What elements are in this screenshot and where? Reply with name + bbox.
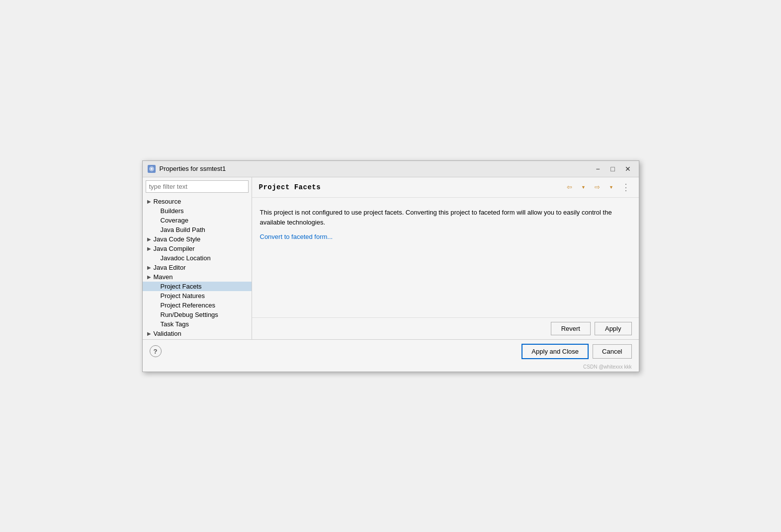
convert-link[interactable]: Convert to faceted form... [260,233,333,240]
sidebar-item-label: Validation [153,330,181,337]
sidebar-item-maven[interactable]: ▶Maven [143,272,252,282]
maximize-button[interactable]: □ [607,164,619,174]
sidebar-item-builders[interactable]: Builders [143,206,252,216]
apply-close-button[interactable]: Apply and Close [521,344,589,359]
cancel-button[interactable]: Cancel [593,344,631,359]
chevron-icon: ▶ [146,330,153,337]
dialog-title: Properties for ssmtest1 [160,165,588,172]
panel-header: Project Facets ⇦ ▼ ⇨ ▼ ⋮ [252,177,639,198]
minimize-button[interactable]: − [592,164,604,174]
chevron-icon: ▶ [146,198,153,205]
tree-container: ▶ResourceBuildersCoverageJava Build Path… [143,196,252,339]
forward-dropdown-button[interactable]: ▼ [605,181,618,193]
back-button[interactable]: ⇦ [563,181,576,193]
properties-dialog: Properties for ssmtest1 − □ ✕ ▶ResourceB… [142,160,639,372]
sidebar-item-project-references[interactable]: Project References [143,301,252,310]
back-dropdown-icon: ▼ [581,185,586,190]
back-dropdown-button[interactable]: ▼ [577,181,590,193]
more-options-icon: ⋮ [621,182,629,193]
sidebar-item-java-build-path[interactable]: Java Build Path [143,225,252,234]
sidebar-item-label: Run/Debug Settings [160,311,218,318]
back-arrow-icon: ⇦ [567,183,572,191]
sidebar-item-label: Project References [160,302,216,309]
sidebar-item-project-facets[interactable]: Project Facets [143,282,252,291]
sidebar-item-resource[interactable]: ▶Resource [143,197,252,206]
window-controls: − □ ✕ [592,164,634,174]
dialog-body: ▶ResourceBuildersCoverageJava Build Path… [143,177,639,339]
forward-arrow-icon: ⇨ [595,183,600,191]
forward-dropdown-icon: ▼ [609,185,613,190]
panel-toolbar: ⇦ ▼ ⇨ ▼ ⋮ [563,181,632,193]
panel-title: Project Facets [259,183,563,191]
sidebar-item-run-debug-settings[interactable]: Run/Debug Settings [143,310,252,319]
close-button[interactable]: ✕ [622,164,634,174]
sidebar-item-label: Builders [160,207,184,215]
filter-input[interactable] [146,180,249,193]
apply-button[interactable]: Apply [595,322,632,335]
sidebar-item-task-tags[interactable]: Task Tags [143,319,252,329]
sidebar-item-label: Maven [153,273,173,281]
title-bar: Properties for ssmtest1 − □ ✕ [143,161,639,177]
dialog-icon [148,165,156,173]
more-options-button[interactable]: ⋮ [619,181,632,193]
sidebar-item-javadoc-location[interactable]: Javadoc Location [143,253,252,263]
chevron-icon: ▶ [146,245,153,252]
chevron-icon: ▶ [146,264,153,271]
sidebar-item-label: Java Editor [153,264,186,271]
forward-button[interactable]: ⇨ [591,181,604,193]
sidebar-item-coverage[interactable]: Coverage [143,216,252,225]
sidebar-item-project-natures[interactable]: Project Natures [143,291,252,301]
sidebar-item-java-code-style[interactable]: ▶Java Code Style [143,234,252,244]
chevron-icon: ▶ [146,235,153,242]
sidebar-item-label: Task Tags [160,320,189,328]
panel-content: This project is not configured to use pr… [252,198,639,317]
panel-actions: Revert Apply [252,317,639,339]
sidebar-item-label: Javadoc Location [160,254,211,262]
sidebar: ▶ResourceBuildersCoverageJava Build Path… [143,177,252,339]
sidebar-item-java-compiler[interactable]: ▶Java Compiler [143,244,252,253]
sidebar-item-label: Java Code Style [153,235,201,243]
watermark: CSDN @whitexxx kkk [143,363,639,372]
sidebar-item-label: Project Natures [160,292,205,300]
revert-button[interactable]: Revert [551,322,591,335]
sidebar-item-java-editor[interactable]: ▶Java Editor [143,263,252,272]
chevron-icon: ▶ [146,273,153,280]
sidebar-item-label: Project Facets [160,283,202,290]
help-icon: ? [154,348,158,355]
sidebar-item-label: Java Build Path [160,226,205,233]
sidebar-item-label: Resource [153,198,181,205]
info-text: This project is not configured to use pr… [260,208,631,228]
main-panel: Project Facets ⇦ ▼ ⇨ ▼ ⋮ [252,177,639,339]
dialog-footer: ? Apply and Close Cancel [143,339,639,363]
sidebar-item-label: Coverage [160,217,188,224]
sidebar-item-validation[interactable]: ▶Validation [143,329,252,338]
sidebar-item-label: Java Compiler [153,245,195,252]
help-button[interactable]: ? [150,345,162,357]
